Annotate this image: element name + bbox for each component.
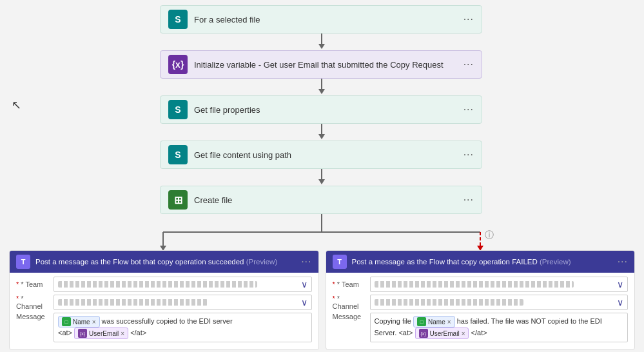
message-field-right: Message Copying file □ Name × has failed… xyxy=(333,313,629,342)
svg-marker-1 xyxy=(318,44,325,49)
teams-icon-left: T xyxy=(16,255,30,269)
message-label-left: Message xyxy=(16,313,50,320)
name-token-left[interactable]: □ Name × xyxy=(58,316,100,328)
step-label-3: Get file properties xyxy=(194,105,463,115)
at-tag-close-left: </at> xyxy=(130,329,146,337)
failed-panel: T Post a message as the Flow that copy o… xyxy=(326,250,636,350)
name-token-label-left: Name xyxy=(73,318,90,326)
team-field-right: * Team ∨ xyxy=(333,277,629,292)
svg-marker-5 xyxy=(318,134,325,139)
channel-select-arrow-right: ∨ xyxy=(617,297,623,308)
message-label-right: Message xyxy=(333,313,366,320)
info-icon[interactable]: ⓘ xyxy=(485,230,494,241)
team-select-arrow-left: ∨ xyxy=(301,279,307,289)
variable-icon: {x} xyxy=(168,55,188,74)
useremail-token-right[interactable]: {x} UserEmail × xyxy=(415,328,469,339)
success-msg-text: was successfully copied to the EDI serve… xyxy=(102,317,233,325)
at-tag-close-right: </at> xyxy=(471,329,487,337)
team-select-right[interactable]: ∨ xyxy=(370,277,629,292)
step-label-1: For a selected file xyxy=(194,15,463,24)
variable-icon-left: {x} xyxy=(78,329,87,338)
name-token-right[interactable]: □ Name × xyxy=(413,316,455,328)
team-label-left: * Team xyxy=(16,280,50,288)
file-icon-right: □ xyxy=(417,317,426,326)
sharepoint-icon-3: S xyxy=(168,100,188,119)
channel-select-right[interactable]: ∨ xyxy=(370,295,629,310)
step-label-2: Initialize variable - Get user Email tha… xyxy=(194,60,463,70)
svg-marker-7 xyxy=(318,179,325,184)
useremail-close-right[interactable]: × xyxy=(462,330,465,337)
useremail-label-left: UserEmail xyxy=(89,330,119,337)
failed-panel-title: Post a message as the Flow that copy ope… xyxy=(352,258,612,266)
failed-panel-header: T Post a message as the Flow that copy o… xyxy=(326,251,635,273)
teams-icon-right: T xyxy=(333,255,347,269)
team-label-right: * Team xyxy=(333,280,366,288)
step-initialize-variable[interactable]: {x} Initialize variable - Get user Email… xyxy=(160,50,483,79)
step-more-1[interactable]: ··· xyxy=(463,14,474,25)
team-select-left[interactable]: ∨ xyxy=(54,277,312,292)
cursor-indicator: ↖ xyxy=(12,98,21,112)
success-panel-header: T Post a message as the Flow bot that co… xyxy=(10,251,318,273)
step-more-2[interactable]: ··· xyxy=(463,59,474,70)
success-panel-title: Post a message as the Flow bot that copy… xyxy=(35,258,296,266)
step-label-5: Create file xyxy=(194,195,463,205)
success-panel-more[interactable]: ··· xyxy=(301,256,311,268)
step-more-5[interactable]: ··· xyxy=(463,194,474,206)
file-icon-left: □ xyxy=(62,317,71,326)
team-field-left: * Team ∨ xyxy=(16,277,312,292)
name-token-close-right[interactable]: × xyxy=(447,318,451,326)
step-more-4[interactable]: ··· xyxy=(463,149,474,161)
useremail-label-right: UserEmail xyxy=(430,330,460,337)
team-select-arrow-right: ∨ xyxy=(617,279,623,289)
message-area-left[interactable]: □ Name × was successfully copied to the … xyxy=(54,313,312,342)
channel-select-left[interactable]: ∨ xyxy=(54,295,312,310)
message-field-left: Message □ Name × was successfully copied… xyxy=(16,313,312,342)
sharepoint-icon-1: S xyxy=(168,10,188,29)
channel-field-left: * Channel ∨ xyxy=(16,295,312,310)
step-for-selected-file[interactable]: S For a selected file ··· xyxy=(160,5,483,34)
channel-field-right: * Channel ∨ xyxy=(333,295,629,310)
sharepoint-icon-4: S xyxy=(168,145,188,164)
svg-marker-3 xyxy=(318,89,325,94)
variable-icon-right: {x} xyxy=(419,329,428,338)
useremail-close-left[interactable]: × xyxy=(121,330,124,337)
channel-label-left: * Channel xyxy=(16,295,50,310)
name-token-label-right: Name xyxy=(428,318,445,326)
success-panel: T Post a message as the Flow bot that co… xyxy=(9,250,319,350)
channel-label-right: * Channel xyxy=(333,295,366,310)
failed-panel-more[interactable]: ··· xyxy=(618,256,628,268)
name-token-close-left[interactable]: × xyxy=(92,318,96,326)
step-get-file-properties[interactable]: S Get file properties ··· xyxy=(160,95,483,124)
step-more-3[interactable]: ··· xyxy=(463,104,474,115)
message-area-right[interactable]: Copying file □ Name × has failed. The fi… xyxy=(370,313,629,342)
step-get-file-content[interactable]: S Get file content using path ··· xyxy=(160,141,483,169)
step-label-4: Get file content using path xyxy=(194,150,463,160)
copying-file-text: Copying file xyxy=(375,317,414,325)
channel-select-arrow-left: ∨ xyxy=(301,297,307,308)
at-tag-open-left: <at> xyxy=(58,329,72,337)
useremail-token-left[interactable]: {x} UserEmail × xyxy=(74,328,128,339)
step-create-file[interactable]: ⊞ Create file ··· xyxy=(160,186,483,214)
createfile-icon: ⊞ xyxy=(168,190,188,210)
